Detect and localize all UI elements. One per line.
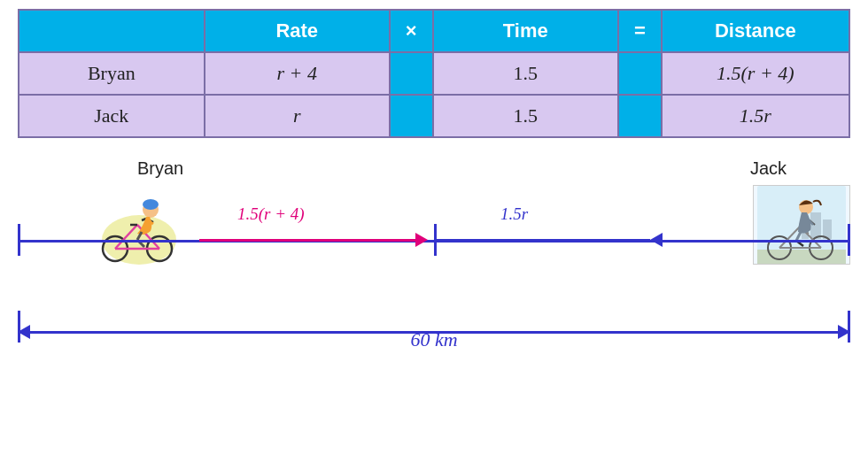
bryan-name: Bryan — [19, 52, 205, 95]
bryan-cyclist-image — [84, 185, 190, 265]
bryan-rate: r + 4 — [205, 52, 390, 95]
svg-point-11 — [143, 199, 159, 210]
diagram-section: Bryan Jack — [0, 151, 868, 426]
bryan-arrow-line — [199, 239, 415, 242]
bryan-arrow-label: 1.5(r + 4) — [237, 204, 305, 224]
bryan-equals — [618, 52, 662, 95]
bryan-arrow-head — [415, 233, 428, 247]
table-row-bryan: Bryan r + 4 1.5 1.5(r + 4) — [19, 52, 849, 95]
jack-time: 1.5 — [433, 95, 618, 137]
diagram-jack-label: Jack — [750, 158, 787, 179]
jack-cyclist-image — [753, 185, 850, 265]
top-line-right-tick — [848, 224, 850, 256]
jack-arrow-head — [650, 233, 663, 247]
jack-name: Jack — [19, 95, 205, 137]
svg-rect-16 — [810, 212, 821, 239]
header-name — [19, 10, 205, 52]
header-rate: Rate — [205, 10, 390, 52]
jack-multiply — [390, 95, 433, 137]
jack-equals — [618, 95, 662, 137]
diagram-bryan-label: Bryan — [137, 158, 183, 179]
header-multiply: × — [390, 10, 433, 52]
jack-rate: r — [205, 95, 390, 137]
jack-arrow — [437, 229, 663, 250]
header-equals: = — [618, 10, 662, 52]
jack-arrow-line — [437, 239, 650, 242]
bryan-multiply — [390, 52, 433, 95]
bryan-arrow — [199, 229, 428, 250]
table-section: Rate × Time = Distance Bryan r + 4 1.5 1… — [0, 0, 868, 147]
header-time: Time — [433, 10, 618, 52]
header-distance: Distance — [662, 10, 849, 52]
bottom-distance-label: 60 km — [0, 328, 868, 351]
jack-arrow-label: 1.5r — [500, 204, 528, 224]
bryan-time: 1.5 — [433, 52, 618, 95]
table-row-jack: Jack r 1.5 1.5r — [19, 95, 849, 137]
jack-distance: 1.5r — [662, 95, 849, 137]
rate-time-distance-table: Rate × Time = Distance Bryan r + 4 1.5 1… — [18, 9, 850, 138]
bryan-distance: 1.5(r + 4) — [662, 52, 849, 95]
